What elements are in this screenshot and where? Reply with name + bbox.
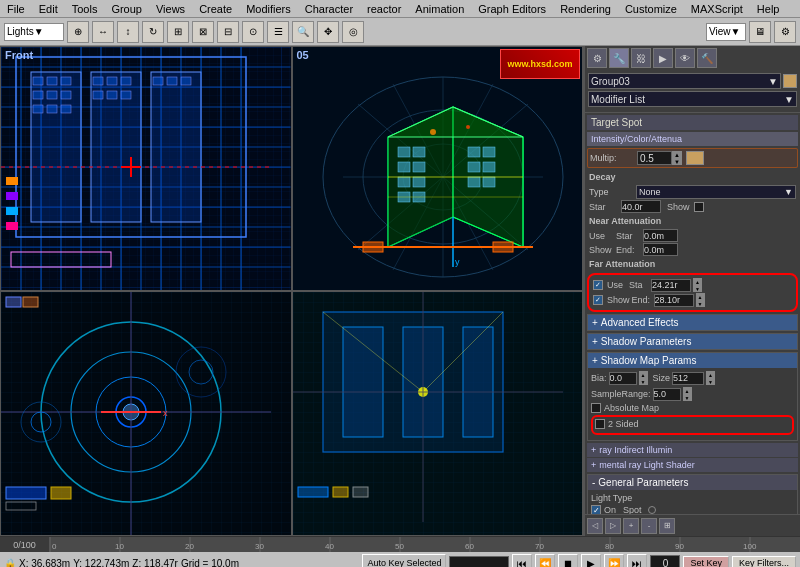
maximize-btn[interactable]: ⊞ bbox=[659, 518, 675, 534]
size-input[interactable] bbox=[672, 372, 704, 385]
anim-play[interactable]: ▶ bbox=[581, 554, 601, 567]
on-checkbox[interactable] bbox=[591, 505, 601, 514]
panel-scroll-area[interactable]: Target Spot Intensity/Color/Attenua Mult… bbox=[585, 113, 800, 514]
set-key-btn[interactable]: Set Key bbox=[683, 556, 729, 567]
frame-input[interactable] bbox=[650, 555, 680, 567]
menu-rendering[interactable]: Rendering bbox=[557, 3, 614, 15]
panel-icon-motion[interactable]: ▶ bbox=[653, 48, 673, 68]
star-input[interactable] bbox=[621, 200, 661, 213]
multiplier-up[interactable]: ▲ bbox=[672, 151, 682, 158]
far-start-down[interactable]: ▼ bbox=[693, 285, 702, 292]
anim-prev-frame[interactable]: ⏮ bbox=[512, 554, 532, 567]
panel-icon-modify[interactable]: 🔧 bbox=[609, 48, 629, 68]
viewport-perspective[interactable]: 05 www.hxsd.com bbox=[292, 46, 584, 291]
far-start-input[interactable] bbox=[651, 279, 691, 292]
toolbar-btn-7[interactable]: ⊟ bbox=[217, 21, 239, 43]
far-end-up[interactable]: ▲ bbox=[696, 293, 705, 300]
toolbar-btn-5[interactable]: ⊞ bbox=[167, 21, 189, 43]
two-sided-checkbox[interactable] bbox=[595, 419, 605, 429]
absolute-map-checkbox[interactable] bbox=[591, 403, 601, 413]
panel-icon-utilities[interactable]: 🔨 bbox=[697, 48, 717, 68]
multiplier-spinbox[interactable]: ▲ ▼ bbox=[637, 151, 682, 165]
pan-left-btn[interactable]: ◁ bbox=[587, 518, 603, 534]
size-up[interactable]: ▲ bbox=[706, 371, 715, 378]
menu-character[interactable]: Character bbox=[302, 3, 356, 15]
near-start-input[interactable] bbox=[643, 229, 678, 242]
toolbar-btn-11[interactable]: ✥ bbox=[317, 21, 339, 43]
shadow-map-params-header[interactable]: + Shadow Map Params bbox=[588, 353, 797, 368]
viewport-bottom-right[interactable] bbox=[292, 291, 584, 536]
far-start-up[interactable]: ▲ bbox=[693, 278, 702, 285]
pan-right-btn[interactable]: ▷ bbox=[605, 518, 621, 534]
far-use-checkbox[interactable]: ✓ bbox=[593, 280, 603, 290]
menu-reactor[interactable]: reactor bbox=[364, 3, 404, 15]
toolbar-btn-10[interactable]: 🔍 bbox=[292, 21, 314, 43]
general-params-header[interactable]: - General Parameters bbox=[588, 475, 797, 490]
toolbar-render-btn[interactable]: 🖥 bbox=[749, 21, 771, 43]
menu-views[interactable]: Views bbox=[153, 3, 188, 15]
viewport-front[interactable]: Front bbox=[0, 46, 292, 291]
anim-stop[interactable]: ⏹ bbox=[558, 554, 578, 567]
decay-type-dropdown[interactable]: None ▼ bbox=[636, 185, 796, 199]
lights-dropdown[interactable]: Lights ▼ bbox=[4, 23, 64, 41]
far-show-checkbox[interactable]: ✓ bbox=[593, 295, 603, 305]
plus-icon5: + bbox=[591, 460, 596, 470]
toolbar-btn-12[interactable]: ◎ bbox=[342, 21, 364, 43]
modifier-list-dropdown[interactable]: Modifier List ▼ bbox=[588, 91, 797, 107]
anim-next[interactable]: ⏩ bbox=[604, 554, 624, 567]
object-color-swatch[interactable] bbox=[783, 74, 797, 88]
toolbar-btn-4[interactable]: ↻ bbox=[142, 21, 164, 43]
menu-tools[interactable]: Tools bbox=[69, 3, 101, 15]
menu-animation[interactable]: Animation bbox=[412, 3, 467, 15]
panel-icon-create[interactable]: ⚙ bbox=[587, 48, 607, 68]
menu-maxscript[interactable]: MAXScript bbox=[688, 3, 746, 15]
toolbar-btn-8[interactable]: ⊙ bbox=[242, 21, 264, 43]
menu-create[interactable]: Create bbox=[196, 3, 235, 15]
progress-bar[interactable] bbox=[449, 556, 509, 567]
zoom-in-btn[interactable]: + bbox=[623, 518, 639, 534]
toolbar-btn-3[interactable]: ↕ bbox=[117, 21, 139, 43]
multiplier-down[interactable]: ▼ bbox=[672, 158, 682, 165]
menu-help[interactable]: Help bbox=[754, 3, 783, 15]
shadow-params-header[interactable]: + Shadow Parameters bbox=[588, 334, 797, 349]
panel-icon-display[interactable]: 👁 bbox=[675, 48, 695, 68]
sample-up[interactable]: ▲ bbox=[683, 387, 692, 394]
anim-next-frame[interactable]: ⏭ bbox=[627, 554, 647, 567]
show-checkbox[interactable] bbox=[694, 202, 704, 212]
menu-customize[interactable]: Customize bbox=[622, 3, 680, 15]
anim-btn-key-selected[interactable]: Auto Key Selected bbox=[362, 554, 446, 567]
view-dropdown[interactable]: View ▼ bbox=[706, 23, 746, 41]
toolbar-btn-9[interactable]: ☰ bbox=[267, 21, 289, 43]
svg-rect-40 bbox=[121, 77, 131, 85]
near-end-input[interactable] bbox=[643, 243, 678, 256]
toolbar-settings-btn[interactable]: ⚙ bbox=[774, 21, 796, 43]
bias-input[interactable] bbox=[609, 372, 637, 385]
panel-icon-hierarchy[interactable]: ⛓ bbox=[631, 48, 651, 68]
sample-down[interactable]: ▼ bbox=[683, 394, 692, 401]
timeline-track[interactable]: 0 10 20 30 40 50 60 70 80 bbox=[50, 537, 800, 552]
toolbar-btn-2[interactable]: ↔ bbox=[92, 21, 114, 43]
toolbar-btn-6[interactable]: ⊠ bbox=[192, 21, 214, 43]
menu-modifiers[interactable]: Modifiers bbox=[243, 3, 294, 15]
menu-group[interactable]: Group bbox=[108, 3, 145, 15]
menu-edit[interactable]: Edit bbox=[36, 3, 61, 15]
advanced-effects-header[interactable]: + Advanced Effects bbox=[588, 315, 797, 330]
spot-radio[interactable] bbox=[648, 506, 656, 514]
multiplier-input[interactable] bbox=[637, 151, 672, 165]
zoom-out-btn[interactable]: - bbox=[641, 518, 657, 534]
toolbar-btn-1[interactable]: ⊕ bbox=[67, 21, 89, 43]
far-end-down[interactable]: ▼ bbox=[696, 300, 705, 307]
anim-prev[interactable]: ⏪ bbox=[535, 554, 555, 567]
bias-up[interactable]: ▲ bbox=[639, 371, 648, 378]
size-down[interactable]: ▼ bbox=[706, 378, 715, 385]
sample-range-input[interactable] bbox=[653, 388, 681, 401]
menu-file[interactable]: File bbox=[4, 3, 28, 15]
object-name-dropdown[interactable]: Group03 ▼ bbox=[588, 73, 781, 89]
menu-graph-editors[interactable]: Graph Editors bbox=[475, 3, 549, 15]
intensity-header: Intensity/Color/Attenua bbox=[591, 134, 682, 144]
bias-down[interactable]: ▼ bbox=[639, 378, 648, 385]
viewport-bottom-left[interactable]: x bbox=[0, 291, 292, 536]
multiplier-color[interactable] bbox=[686, 151, 704, 165]
key-filters-btn[interactable]: Key Filters... bbox=[732, 556, 796, 567]
far-end-input[interactable] bbox=[654, 294, 694, 307]
